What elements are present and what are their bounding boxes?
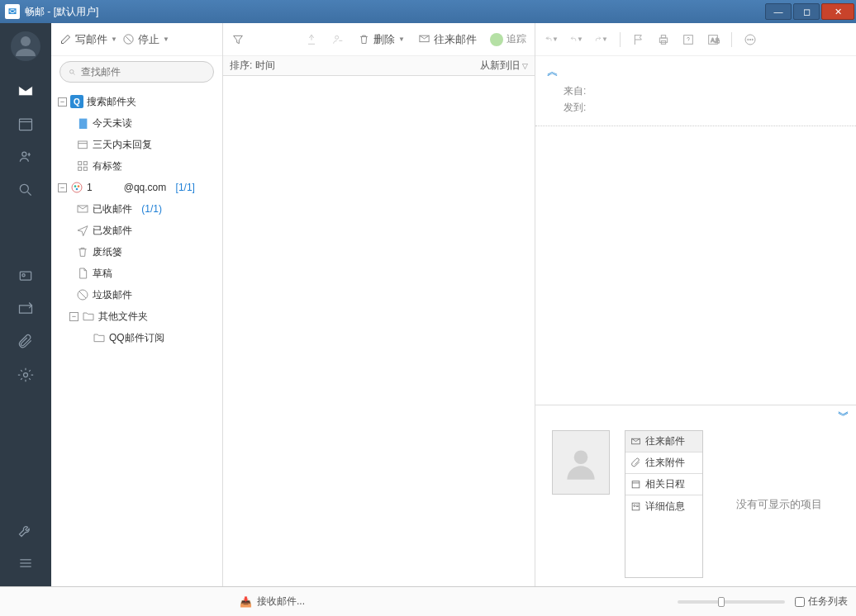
tab-detail[interactable]: 详细信息 bbox=[625, 495, 702, 517]
tree-spam[interactable]: 垃圾邮件 bbox=[51, 284, 222, 306]
svg-rect-16 bbox=[78, 141, 88, 149]
tab-related-calendar[interactable]: 相关日程 bbox=[625, 474, 702, 495]
svg-rect-21 bbox=[83, 167, 87, 170]
reply-icon[interactable]: ▼ bbox=[570, 33, 583, 46]
svg-line-13 bbox=[126, 36, 131, 41]
svg-rect-44 bbox=[632, 481, 640, 488]
left-navbar bbox=[0, 23, 51, 586]
related-mail-button[interactable]: 往来邮件 bbox=[418, 32, 477, 47]
delete-button[interactable]: 删除▼ bbox=[358, 32, 405, 47]
encoding-icon[interactable]: Aあ bbox=[706, 33, 720, 46]
empty-label: 没有可显示的项目 bbox=[710, 430, 848, 578]
contact-tabs: 往来邮件 往来附件 相关日程 详细信息 bbox=[625, 430, 703, 578]
tree-trash[interactable]: 废纸篓 bbox=[51, 241, 222, 263]
status-text: 接收邮件... bbox=[257, 595, 305, 609]
svg-point-0 bbox=[21, 36, 31, 46]
collapse-header-icon[interactable]: ︽ bbox=[547, 64, 844, 79]
list-toolbar: 删除▼ 往来邮件 追踪 bbox=[223, 23, 535, 56]
search-box[interactable] bbox=[59, 61, 214, 83]
nav-outbox-icon[interactable] bbox=[11, 294, 40, 324]
flag-icon[interactable] bbox=[632, 33, 645, 46]
svg-rect-1 bbox=[20, 119, 32, 130]
message-header: ︽ 来自: 发到: bbox=[535, 56, 856, 126]
tree-draft[interactable]: 草稿 bbox=[51, 263, 222, 284]
nav-tools-icon[interactable] bbox=[11, 515, 40, 545]
tab-related-attach[interactable]: 往来附件 bbox=[625, 453, 702, 474]
to-label: 发到: bbox=[564, 102, 586, 113]
zoom-slider[interactable] bbox=[678, 600, 785, 604]
statusbar: 📥 接收邮件... 任务列表 bbox=[0, 586, 856, 616]
svg-point-22 bbox=[72, 182, 82, 192]
tree-tagged[interactable]: 有标签 bbox=[51, 155, 222, 177]
search-input[interactable] bbox=[81, 66, 205, 78]
compose-button[interactable]: 写邮件▼ bbox=[59, 32, 117, 47]
svg-point-47 bbox=[634, 505, 635, 506]
tree-three-days[interactable]: 三天内未回复 bbox=[51, 134, 222, 155]
tree-sent[interactable]: 已发邮件 bbox=[51, 220, 222, 241]
svg-point-4 bbox=[20, 184, 28, 192]
svg-rect-32 bbox=[659, 38, 667, 42]
nav-menu-icon[interactable] bbox=[11, 548, 40, 578]
nav-calendar-icon[interactable] bbox=[11, 109, 40, 139]
svg-line-5 bbox=[28, 192, 31, 196]
filter-icon[interactable] bbox=[231, 33, 245, 46]
message-body bbox=[535, 126, 856, 405]
tree-search-folder[interactable]: − Q 搜索邮件夹 bbox=[51, 91, 222, 112]
svg-point-29 bbox=[335, 36, 339, 39]
stop-button[interactable]: 停止▼ bbox=[122, 32, 169, 47]
reply-all-icon[interactable]: ▼ bbox=[545, 33, 559, 46]
folder-tree: − Q 搜索邮件夹 ▇今天未读 三天内未回复 有标签 − 1 @qq.com [… bbox=[51, 88, 222, 586]
preview-toolbar: ▼ ▼ ▼ Aあ bbox=[535, 23, 856, 56]
message-list-panel: 删除▼ 往来邮件 追踪 排序: 时间 从新到旧 ▽ bbox=[223, 23, 535, 586]
nav-settings-icon[interactable] bbox=[11, 360, 40, 390]
print-icon[interactable] bbox=[657, 33, 670, 46]
svg-point-42 bbox=[574, 450, 588, 464]
minimize-button[interactable]: — bbox=[765, 3, 792, 20]
svg-point-25 bbox=[76, 188, 78, 191]
svg-rect-33 bbox=[661, 35, 665, 37]
assign-icon[interactable] bbox=[331, 33, 345, 46]
folder-panel: 写邮件▼ 停止▼ − Q 搜索邮件夹 ▇今天未读 三天内未回复 bbox=[51, 23, 223, 586]
maximize-button[interactable]: ◻ bbox=[793, 3, 820, 20]
nav-card-icon[interactable] bbox=[11, 261, 40, 291]
nav-mail-icon[interactable] bbox=[11, 76, 40, 106]
svg-rect-6 bbox=[20, 272, 31, 280]
tree-other-folders[interactable]: − 其他文件夹 bbox=[51, 306, 222, 327]
svg-rect-35 bbox=[684, 35, 693, 44]
nav-contacts-icon[interactable] bbox=[11, 142, 40, 172]
tree-account[interactable]: − 1 @qq.com [1/1] bbox=[51, 177, 222, 198]
forward-icon[interactable]: ▼ bbox=[595, 33, 608, 46]
nav-search-icon[interactable] bbox=[11, 175, 40, 205]
sort-bar[interactable]: 排序: 时间 从新到旧 ▽ bbox=[223, 56, 535, 76]
pin-icon[interactable] bbox=[305, 33, 318, 46]
tree-qq-sub[interactable]: QQ邮件订阅 bbox=[51, 327, 222, 348]
svg-point-39 bbox=[748, 39, 749, 40]
avatar[interactable] bbox=[11, 31, 40, 61]
app-title: 畅邮 - [默认用户] bbox=[25, 5, 98, 19]
contact-panel: ︾ 往来邮件 往来附件 相关日程 详细信息 没有可显示的项目 bbox=[535, 405, 856, 586]
close-button[interactable]: ✕ bbox=[821, 3, 854, 20]
track-button[interactable]: 追踪 bbox=[490, 32, 526, 46]
folder-toolbar: 写邮件▼ 停止▼ bbox=[51, 23, 222, 56]
message-list bbox=[223, 76, 535, 586]
svg-point-40 bbox=[749, 39, 750, 40]
help-icon[interactable] bbox=[682, 33, 695, 46]
expand-contact-icon[interactable]: ︾ bbox=[535, 405, 856, 427]
svg-point-23 bbox=[74, 185, 77, 187]
preview-panel: ▼ ▼ ▼ Aあ ︽ 来自: 发到: ︾ bbox=[535, 23, 856, 586]
svg-text:Aあ: Aあ bbox=[711, 36, 720, 43]
svg-point-24 bbox=[78, 185, 80, 187]
app-icon: ✉ bbox=[5, 4, 20, 19]
svg-point-3 bbox=[22, 152, 26, 156]
tree-inbox[interactable]: 已收邮件 (1/1) bbox=[51, 198, 222, 220]
nav-attachment-icon[interactable] bbox=[11, 327, 40, 357]
tab-related-mail[interactable]: 往来邮件 bbox=[625, 431, 702, 453]
svg-point-8 bbox=[24, 373, 28, 377]
more-icon[interactable] bbox=[744, 33, 757, 46]
tasklist-checkbox[interactable]: 任务列表 bbox=[795, 595, 848, 609]
svg-line-15 bbox=[74, 73, 75, 74]
contact-photo bbox=[552, 430, 610, 495]
svg-line-28 bbox=[79, 291, 86, 298]
tree-today-unread[interactable]: ▇今天未读 bbox=[51, 112, 222, 134]
titlebar: ✉ 畅邮 - [默认用户] — ◻ ✕ bbox=[0, 0, 856, 23]
